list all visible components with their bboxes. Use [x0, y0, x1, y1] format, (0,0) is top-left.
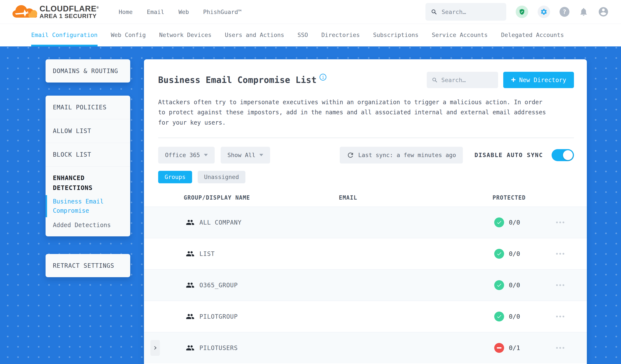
- filters-row: Office 365 Show All Last sync: a few min…: [144, 138, 587, 164]
- top-nav-item-home[interactable]: Home: [119, 9, 133, 15]
- brand-registered-mark: ®: [97, 6, 99, 9]
- content-background: DOMAINS & ROUTING EMAIL POLICIES ALLOW L…: [0, 46, 621, 364]
- chevron-right-icon: [153, 346, 157, 350]
- row-actions-menu[interactable]: [556, 222, 564, 223]
- sidebar-item-domains-routing[interactable]: DOMAINS & ROUTING: [46, 59, 130, 83]
- cloudflare-logo[interactable]: CLOUDFLARE® AREA 1 SECURITY: [12, 4, 99, 19]
- auto-sync-label: DISABLE AUTO SYNC: [474, 152, 543, 158]
- row-actions-menu[interactable]: [556, 316, 564, 317]
- chevron-down-icon: [259, 154, 263, 156]
- global-search-input[interactable]: [441, 8, 501, 16]
- table-row-pilotusers[interactable]: PILOTUSERS 0/1: [144, 332, 587, 363]
- security-shield-check-icon[interactable]: [516, 6, 528, 18]
- show-filter-value: Show All: [227, 152, 256, 158]
- protected-check-icon: [494, 312, 504, 321]
- tab-users-and-actions[interactable]: Users and Actions: [225, 24, 284, 46]
- protected-status: 0/0: [494, 217, 520, 227]
- sidebar-item-allow-list[interactable]: ALLOW LIST: [46, 119, 130, 143]
- row-actions-menu[interactable]: [556, 253, 564, 255]
- show-filter-select[interactable]: Show All: [221, 147, 270, 164]
- group-people-icon: [185, 344, 195, 352]
- sidebar-item-retract-settings[interactable]: RETRACT SETTINGS: [46, 254, 130, 277]
- protected-status: 0/1: [494, 343, 520, 353]
- group-name: LIST: [199, 250, 215, 257]
- notifications-bell-icon[interactable]: [579, 7, 588, 17]
- tab-email-configuration[interactable]: Email Configuration: [31, 24, 98, 46]
- tab-network-devices[interactable]: Network Devices: [159, 24, 211, 46]
- table-row-all-company[interactable]: ALL COMPANY 0/0: [144, 207, 587, 238]
- protected-check-icon: [494, 217, 504, 227]
- table-row-o365-group[interactable]: O365_GROUP 0/0: [144, 269, 587, 301]
- protected-count: 0/0: [509, 281, 520, 289]
- table-row-list[interactable]: LIST 0/0: [144, 238, 587, 269]
- row-actions-menu[interactable]: [556, 284, 564, 286]
- group-name: PILOTUSERS: [199, 344, 238, 351]
- new-directory-button[interactable]: + New Directory: [503, 72, 574, 88]
- column-header-name: GROUP/DISPLAY NAME: [184, 194, 250, 201]
- groups-table: GROUP/DISPLAY NAME EMAIL PROTECTED ALL C…: [144, 193, 587, 363]
- refresh-icon: [346, 151, 354, 159]
- help-question-icon[interactable]: ?: [560, 7, 569, 17]
- panel-search[interactable]: [427, 72, 498, 88]
- top-right-cluster: ?: [426, 3, 609, 21]
- table-row-pilotgroup[interactable]: PILOTGROUP 0/0: [144, 301, 587, 332]
- toggle-knob: [563, 150, 573, 160]
- sidebar-item-email-policies[interactable]: EMAIL POLICIES: [46, 96, 130, 119]
- chevron-down-icon: [204, 154, 208, 156]
- top-nav-item-web[interactable]: Web: [179, 9, 189, 15]
- directory-select[interactable]: Office 365: [158, 147, 215, 164]
- protected-status: 0/0: [494, 312, 520, 321]
- expand-chevron-button[interactable]: [150, 340, 160, 356]
- section-tabbar: Email ConfigurationWeb ConfigNetwork Dev…: [0, 24, 621, 46]
- sidebar-item-added-detections[interactable]: Added Detections: [46, 218, 130, 236]
- last-sync-text: Last sync: a few minutes ago: [358, 152, 456, 158]
- group-name: PILOTGROUP: [199, 313, 238, 320]
- info-icon[interactable]: i: [320, 74, 327, 81]
- column-header-email: EMAIL: [339, 194, 357, 201]
- view-tabs: Groups Unassigned: [144, 164, 587, 183]
- row-actions-menu[interactable]: [556, 347, 564, 349]
- account-avatar-icon[interactable]: [598, 6, 609, 17]
- sidebar-policies-card: EMAIL POLICIES ALLOW LIST BLOCK LIST ENH…: [46, 96, 130, 236]
- auto-sync-toggle[interactable]: [552, 149, 574, 161]
- tab-sso[interactable]: SSO: [298, 24, 308, 46]
- sidebar-item-block-list[interactable]: BLOCK LIST: [46, 143, 130, 167]
- top-header: CLOUDFLARE® AREA 1 SECURITY HomeEmailWeb…: [0, 0, 621, 24]
- plus-icon: +: [511, 75, 516, 84]
- group-name: O365_GROUP: [199, 281, 238, 289]
- protected-count: 0/0: [509, 250, 520, 258]
- brand-name: CLOUDFLARE: [39, 4, 97, 13]
- tab-directories[interactable]: Directories: [321, 24, 360, 46]
- top-nav-item-email[interactable]: Email: [147, 9, 164, 15]
- settings-gear-icon[interactable]: [538, 6, 550, 18]
- top-nav-item-phishguard[interactable]: PhishGuard™: [203, 9, 242, 15]
- column-header-protected: PROTECTED: [493, 194, 526, 201]
- protected-count: 0/0: [509, 219, 520, 226]
- tab-unassigned[interactable]: Unassigned: [198, 171, 246, 183]
- group-people-icon: [185, 218, 195, 227]
- protected-status: 0/0: [494, 249, 520, 259]
- last-sync-button[interactable]: Last sync: a few minutes ago: [340, 147, 463, 164]
- protected-check-icon: [494, 280, 504, 290]
- group-name: ALL COMPANY: [199, 219, 242, 226]
- page-description: Attackers often try to impersonate execu…: [144, 88, 565, 128]
- page-title: Business Email Compromise List: [158, 75, 316, 85]
- tab-service-accounts[interactable]: Service Accounts: [432, 24, 488, 46]
- directory-select-value: Office 365: [165, 152, 200, 158]
- search-icon: [431, 8, 437, 15]
- sidebar-item-business-email-compromise[interactable]: Business Email Compromise: [46, 194, 130, 218]
- top-nav: HomeEmailWebPhishGuard™: [119, 9, 242, 15]
- global-search[interactable]: [426, 3, 506, 21]
- tab-groups[interactable]: Groups: [158, 171, 192, 183]
- group-people-icon: [185, 281, 195, 289]
- tab-web-config[interactable]: Web Config: [111, 24, 146, 46]
- tab-subscriptions[interactable]: Subscriptions: [373, 24, 418, 46]
- protected-check-icon: [494, 249, 504, 259]
- panel-search-input[interactable]: [441, 76, 493, 84]
- group-people-icon: [185, 312, 195, 321]
- table-header: GROUP/DISPLAY NAME EMAIL PROTECTED: [144, 193, 587, 207]
- group-people-icon: [185, 249, 195, 258]
- sidebar-item-enhanced-detections[interactable]: ENHANCED DETECTIONS: [46, 167, 130, 194]
- main-header: Business Email Compromise List i + New D…: [144, 59, 587, 88]
- tab-delegated-accounts[interactable]: Delegated Accounts: [501, 24, 564, 46]
